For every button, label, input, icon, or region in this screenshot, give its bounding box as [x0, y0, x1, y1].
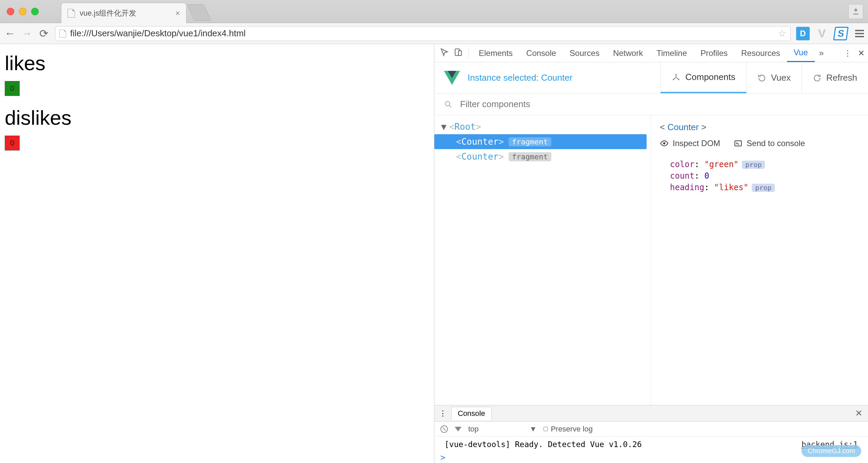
drawer-tab-console[interactable]: Console	[451, 407, 492, 420]
extension-vue-button[interactable]: V	[815, 27, 829, 40]
extension-d-button[interactable]: D	[796, 27, 810, 40]
vue-toolbar: Instance selected: Counter Components Vu…	[434, 62, 868, 94]
vue-logo-icon	[444, 71, 460, 85]
send-to-console-button[interactable]: Send to console	[734, 139, 805, 148]
url-input[interactable]	[70, 28, 774, 39]
forward-button[interactable]: →	[21, 27, 33, 40]
instance-selected-label: Instance selected: Counter	[468, 73, 572, 83]
window-titlebar: vue.js组件化开发 ×	[0, 0, 868, 23]
tab-elements[interactable]: Elements	[472, 44, 519, 62]
vue-tab-vuex[interactable]: Vuex	[746, 62, 802, 93]
chevron-down-icon: ▼	[530, 425, 537, 434]
props-title: < Counter >	[660, 122, 859, 133]
preserve-log-checkbox[interactable]: Preserve log	[544, 425, 593, 434]
more-tabs-button[interactable]: »	[815, 48, 828, 58]
tab-network[interactable]: Network	[606, 44, 650, 62]
eye-icon	[660, 139, 669, 148]
svg-point-0	[854, 8, 857, 12]
svg-point-3	[675, 74, 677, 75]
svg-point-6	[445, 101, 450, 106]
tab-title: vue.js组件化开发	[80, 8, 136, 18]
devtools-tabbar: Elements Console Sources Network Timelin…	[434, 44, 868, 62]
tab-vue[interactable]: Vue	[787, 44, 815, 62]
svg-rect-8	[735, 141, 742, 146]
dislikes-heading: dislikes	[5, 106, 429, 129]
devtools-panel: Elements Console Sources Network Timelin…	[434, 44, 868, 463]
tree-node-counter-1[interactable]: <Counter>fragment	[434, 134, 647, 149]
watermark: ChromeGJ.com	[802, 445, 861, 457]
page-icon	[67, 9, 75, 18]
maximize-window-button[interactable]	[31, 8, 39, 15]
vue-filter-bar	[434, 94, 868, 115]
new-tab-button[interactable]	[187, 4, 211, 21]
chrome-menu-button[interactable]	[855, 30, 864, 37]
devtools-menu-button[interactable]: ⋮	[844, 48, 852, 58]
tab-resources[interactable]: Resources	[734, 44, 787, 62]
prop-count: count: 0	[670, 171, 859, 181]
vue-refresh-button[interactable]: Refresh	[802, 62, 868, 93]
user-icon	[851, 7, 860, 16]
filter-components-input[interactable]	[460, 99, 859, 109]
tab-console[interactable]: Console	[519, 44, 563, 62]
props-panel: < Counter > Inspect DOM Send to console …	[651, 115, 868, 405]
inspect-element-button[interactable]	[438, 48, 451, 59]
tree-root[interactable]: ▼<Root>	[434, 119, 651, 134]
tree-node-counter-2[interactable]: <Counter>fragment	[434, 149, 651, 164]
context-selector[interactable]: top	[468, 425, 479, 434]
device-mode-button[interactable]	[451, 48, 465, 59]
likes-counter[interactable]: 0	[5, 81, 20, 96]
console-icon	[734, 139, 743, 148]
filter-icon[interactable]	[455, 427, 461, 431]
traffic-lights	[7, 8, 39, 15]
browser-toolbar: ← → ⟳ ☆ D V S	[0, 23, 868, 44]
prop-heading: heading: "likes"prop	[670, 183, 859, 192]
svg-point-7	[663, 142, 666, 145]
close-drawer-button[interactable]: ✕	[855, 408, 863, 419]
close-tab-button[interactable]: ×	[175, 8, 180, 18]
search-icon	[444, 100, 453, 109]
vuex-icon	[757, 74, 766, 82]
page-content: likes 0 dislikes 0	[0, 44, 434, 463]
drawer-menu-button[interactable]: ⋮	[439, 409, 447, 418]
file-icon	[59, 29, 66, 38]
bookmark-icon[interactable]: ☆	[778, 28, 786, 39]
svg-rect-2	[458, 51, 461, 55]
back-button[interactable]: ←	[4, 27, 16, 40]
prop-color: color: "green"prop	[670, 160, 859, 169]
clear-console-button[interactable]	[440, 425, 448, 433]
close-devtools-button[interactable]: ✕	[858, 48, 865, 58]
refresh-icon	[813, 74, 822, 82]
extension-s-button[interactable]: S	[833, 27, 849, 40]
vue-tab-components[interactable]: Components	[660, 62, 746, 93]
component-tree: ▼<Root> <Counter>fragment <Counter>fragm…	[434, 115, 651, 405]
address-bar[interactable]: ☆	[55, 26, 791, 41]
browser-tab[interactable]: vue.js组件化开发 ×	[61, 3, 186, 23]
profile-button[interactable]	[848, 4, 863, 19]
components-icon	[672, 73, 680, 82]
tab-timeline[interactable]: Timeline	[650, 44, 694, 62]
inspect-dom-button[interactable]: Inspect DOM	[660, 139, 720, 148]
minimize-window-button[interactable]	[19, 8, 26, 15]
reload-button[interactable]: ⟳	[38, 27, 50, 40]
likes-heading: likes	[5, 52, 429, 75]
close-window-button[interactable]	[7, 8, 14, 15]
tab-sources[interactable]: Sources	[563, 44, 606, 62]
dislikes-counter[interactable]: 0	[5, 136, 20, 150]
tab-profiles[interactable]: Profiles	[694, 44, 734, 62]
